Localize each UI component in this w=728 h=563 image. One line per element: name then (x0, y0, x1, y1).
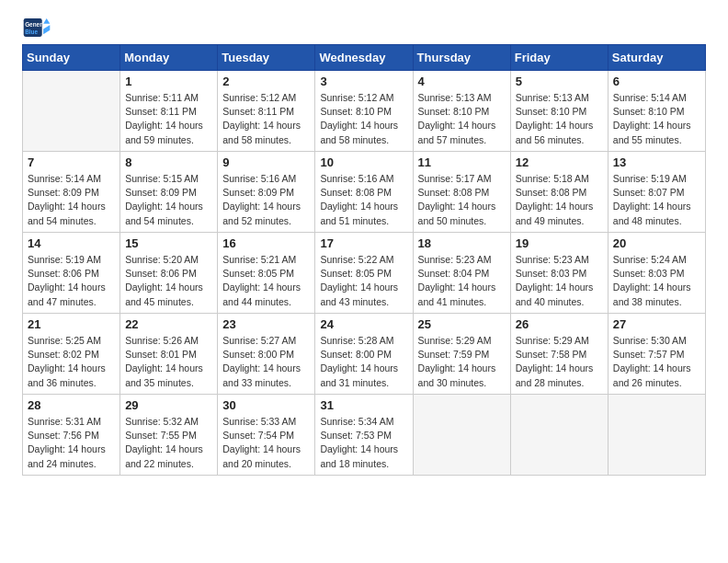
calendar-cell: 1Sunrise: 5:11 AMSunset: 8:11 PMDaylight… (120, 71, 218, 152)
day-number: 23 (222, 317, 310, 331)
calendar-cell: 22Sunrise: 5:26 AMSunset: 8:01 PMDayligh… (120, 314, 218, 395)
calendar-cell: 11Sunrise: 5:17 AMSunset: 8:08 PMDayligh… (413, 152, 510, 233)
calendar-week-row: 1Sunrise: 5:11 AMSunset: 8:11 PMDaylight… (23, 71, 706, 152)
day-number: 26 (516, 317, 603, 331)
day-number: 3 (320, 75, 407, 88)
day-number: 7 (28, 155, 115, 169)
day-number: 1 (125, 75, 212, 88)
cell-info: Sunrise: 5:29 AMSunset: 7:58 PMDaylight:… (516, 334, 603, 390)
calendar-cell: 5Sunrise: 5:13 AMSunset: 8:10 PMDaylight… (510, 71, 608, 152)
calendar-cell: 16Sunrise: 5:21 AMSunset: 8:05 PMDayligh… (218, 233, 315, 314)
logo-icon: General Blue (22, 18, 51, 37)
cell-info: Sunrise: 5:23 AMSunset: 8:03 PMDaylight:… (516, 253, 603, 309)
day-header-tuesday: Tuesday (218, 45, 315, 71)
calendar-cell: 15Sunrise: 5:20 AMSunset: 8:06 PMDayligh… (120, 233, 218, 314)
calendar-cell (608, 395, 705, 476)
calendar-cell: 24Sunrise: 5:28 AMSunset: 8:00 PMDayligh… (315, 314, 413, 395)
cell-info: Sunrise: 5:22 AMSunset: 8:05 PMDaylight:… (320, 253, 407, 309)
day-number: 20 (613, 236, 700, 250)
day-number: 12 (516, 155, 603, 169)
calendar-cell: 28Sunrise: 5:31 AMSunset: 7:56 PMDayligh… (23, 395, 120, 476)
calendar-cell: 31Sunrise: 5:34 AMSunset: 7:53 PMDayligh… (315, 395, 413, 476)
day-header-thursday: Thursday (413, 45, 510, 71)
day-number: 22 (125, 317, 212, 331)
cell-info: Sunrise: 5:12 AMSunset: 8:10 PMDaylight:… (320, 91, 407, 147)
day-number: 10 (320, 155, 407, 169)
calendar-cell: 19Sunrise: 5:23 AMSunset: 8:03 PMDayligh… (510, 233, 608, 314)
cell-info: Sunrise: 5:28 AMSunset: 8:00 PMDaylight:… (320, 334, 407, 390)
calendar-header-row: SundayMondayTuesdayWednesdayThursdayFrid… (23, 45, 706, 71)
cell-info: Sunrise: 5:13 AMSunset: 8:10 PMDaylight:… (418, 91, 506, 147)
cell-info: Sunrise: 5:26 AMSunset: 8:01 PMDaylight:… (125, 334, 212, 390)
cell-info: Sunrise: 5:29 AMSunset: 7:59 PMDaylight:… (418, 334, 506, 390)
calendar-cell: 13Sunrise: 5:19 AMSunset: 8:07 PMDayligh… (608, 152, 705, 233)
calendar-cell: 27Sunrise: 5:30 AMSunset: 7:57 PMDayligh… (608, 314, 705, 395)
cell-info: Sunrise: 5:30 AMSunset: 7:57 PMDaylight:… (613, 334, 700, 390)
day-number: 9 (222, 155, 310, 169)
cell-info: Sunrise: 5:27 AMSunset: 8:00 PMDaylight:… (222, 334, 310, 390)
calendar-cell: 4Sunrise: 5:13 AMSunset: 8:10 PMDaylight… (413, 71, 510, 152)
calendar-cell: 29Sunrise: 5:32 AMSunset: 7:55 PMDayligh… (120, 395, 218, 476)
day-number: 28 (28, 398, 115, 412)
day-number: 11 (418, 155, 506, 169)
calendar-cell: 20Sunrise: 5:24 AMSunset: 8:03 PMDayligh… (608, 233, 705, 314)
cell-info: Sunrise: 5:34 AMSunset: 7:53 PMDaylight:… (320, 415, 407, 471)
logo: General Blue (22, 18, 51, 37)
day-header-sunday: Sunday (23, 45, 120, 71)
day-number: 15 (125, 236, 212, 250)
calendar-cell: 9Sunrise: 5:16 AMSunset: 8:09 PMDaylight… (218, 152, 315, 233)
day-number: 5 (516, 75, 603, 88)
calendar-cell: 21Sunrise: 5:25 AMSunset: 8:02 PMDayligh… (23, 314, 120, 395)
cell-info: Sunrise: 5:13 AMSunset: 8:10 PMDaylight:… (516, 91, 603, 147)
calendar-cell: 3Sunrise: 5:12 AMSunset: 8:10 PMDaylight… (315, 71, 413, 152)
cell-info: Sunrise: 5:33 AMSunset: 7:54 PMDaylight:… (222, 415, 310, 471)
calendar-cell: 6Sunrise: 5:14 AMSunset: 8:10 PMDaylight… (608, 71, 705, 152)
calendar-cell: 14Sunrise: 5:19 AMSunset: 8:06 PMDayligh… (23, 233, 120, 314)
calendar-week-row: 28Sunrise: 5:31 AMSunset: 7:56 PMDayligh… (23, 395, 706, 476)
cell-info: Sunrise: 5:18 AMSunset: 8:08 PMDaylight:… (516, 172, 603, 228)
day-header-monday: Monday (120, 45, 218, 71)
calendar-table: SundayMondayTuesdayWednesdayThursdayFrid… (22, 44, 706, 476)
calendar-cell (510, 395, 608, 476)
cell-info: Sunrise: 5:16 AMSunset: 8:08 PMDaylight:… (320, 172, 407, 228)
cell-info: Sunrise: 5:14 AMSunset: 8:09 PMDaylight:… (28, 172, 115, 228)
cell-info: Sunrise: 5:19 AMSunset: 8:07 PMDaylight:… (613, 172, 700, 228)
cell-info: Sunrise: 5:19 AMSunset: 8:06 PMDaylight:… (28, 253, 115, 309)
calendar-cell: 30Sunrise: 5:33 AMSunset: 7:54 PMDayligh… (218, 395, 315, 476)
day-number: 2 (222, 75, 310, 88)
cell-info: Sunrise: 5:12 AMSunset: 8:11 PMDaylight:… (222, 91, 310, 147)
calendar-week-row: 21Sunrise: 5:25 AMSunset: 8:02 PMDayligh… (23, 314, 706, 395)
cell-info: Sunrise: 5:20 AMSunset: 8:06 PMDaylight:… (125, 253, 212, 309)
svg-text:General: General (25, 21, 47, 28)
day-header-wednesday: Wednesday (315, 45, 413, 71)
calendar-cell: 26Sunrise: 5:29 AMSunset: 7:58 PMDayligh… (510, 314, 608, 395)
cell-info: Sunrise: 5:15 AMSunset: 8:09 PMDaylight:… (125, 172, 212, 228)
day-header-friday: Friday (510, 45, 608, 71)
cell-info: Sunrise: 5:25 AMSunset: 8:02 PMDaylight:… (28, 334, 115, 390)
cell-info: Sunrise: 5:17 AMSunset: 8:08 PMDaylight:… (418, 172, 506, 228)
calendar-cell: 17Sunrise: 5:22 AMSunset: 8:05 PMDayligh… (315, 233, 413, 314)
calendar-cell: 8Sunrise: 5:15 AMSunset: 8:09 PMDaylight… (120, 152, 218, 233)
calendar-cell: 12Sunrise: 5:18 AMSunset: 8:08 PMDayligh… (510, 152, 608, 233)
day-number: 13 (613, 155, 700, 169)
day-number: 29 (125, 398, 212, 412)
calendar-cell: 7Sunrise: 5:14 AMSunset: 8:09 PMDaylight… (23, 152, 120, 233)
day-number: 17 (320, 236, 407, 250)
day-number: 16 (222, 236, 310, 250)
day-number: 27 (613, 317, 700, 331)
svg-text:Blue: Blue (25, 29, 38, 35)
calendar-cell: 10Sunrise: 5:16 AMSunset: 8:08 PMDayligh… (315, 152, 413, 233)
cell-info: Sunrise: 5:32 AMSunset: 7:55 PMDaylight:… (125, 415, 212, 471)
calendar-week-row: 7Sunrise: 5:14 AMSunset: 8:09 PMDaylight… (23, 152, 706, 233)
day-number: 21 (28, 317, 115, 331)
day-number: 14 (28, 236, 115, 250)
day-number: 24 (320, 317, 407, 331)
day-number: 25 (418, 317, 506, 331)
cell-info: Sunrise: 5:16 AMSunset: 8:09 PMDaylight:… (222, 172, 310, 228)
calendar-cell (23, 71, 120, 152)
cell-info: Sunrise: 5:14 AMSunset: 8:10 PMDaylight:… (613, 91, 700, 147)
day-number: 6 (613, 75, 700, 88)
calendar-cell: 2Sunrise: 5:12 AMSunset: 8:11 PMDaylight… (218, 71, 315, 152)
cell-info: Sunrise: 5:24 AMSunset: 8:03 PMDaylight:… (613, 253, 700, 309)
page-header: General Blue (22, 18, 706, 37)
